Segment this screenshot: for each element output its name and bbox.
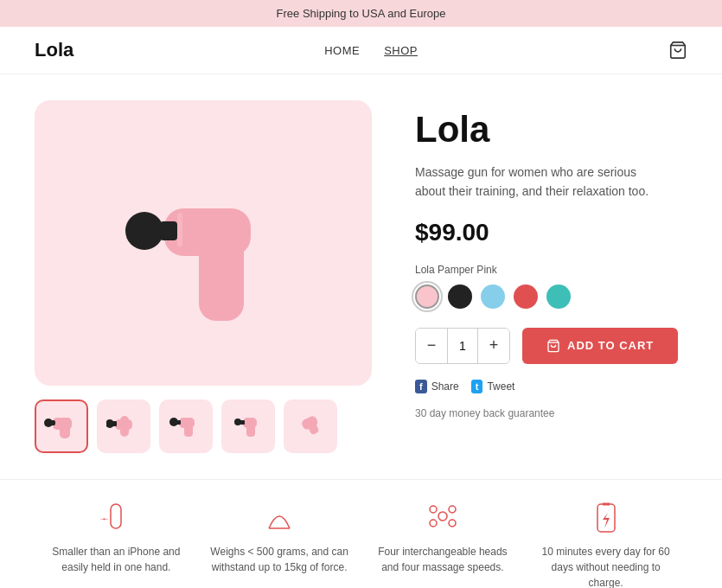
share-label: Share (431, 380, 459, 393)
svg-rect-5 (177, 213, 182, 247)
feature-battery: 10 minutes every day for 60 days without… (537, 497, 675, 588)
svg-point-33 (449, 520, 456, 527)
header: Lola HOME SHOP (0, 27, 722, 74)
feature-weight-text: Weighs < 500 grams, and can withstand up… (210, 544, 348, 575)
purchase-row: − 1 + ADD TO CART (415, 328, 687, 364)
thumbnail-5[interactable] (284, 399, 337, 453)
thumbnail-1[interactable] (35, 399, 88, 453)
svg-point-31 (449, 506, 456, 513)
product-price: $99.00 (415, 219, 687, 246)
product-description: Massage gun for women who are serious ab… (415, 163, 657, 201)
svg-point-30 (430, 506, 437, 513)
quantity-control: − 1 + (415, 328, 510, 364)
feature-size-text: Smaller than an iPhone and easily held i… (47, 544, 185, 575)
svg-rect-19 (243, 418, 257, 428)
social-share: f Share t Tweet (415, 380, 687, 393)
navigation: HOME SHOP (324, 44, 418, 57)
feature-heads: Four interchangeable heads and four mass… (374, 497, 512, 588)
nav-home[interactable]: HOME (324, 44, 360, 57)
product-info: Lola Massage gun for women who are serio… (415, 100, 687, 453)
main-product-image (35, 100, 372, 386)
size-icon: → → (97, 497, 135, 535)
banner-text: Free Shipping to USA and Europe (277, 7, 446, 20)
svg-point-17 (169, 418, 178, 426)
color-swatch-lightblue[interactable] (481, 284, 505, 309)
product-title: Lola (415, 109, 687, 150)
thumbnail-2[interactable] (97, 399, 150, 453)
svg-point-32 (430, 520, 437, 527)
add-to-cart-label: ADD TO CART (567, 339, 654, 352)
quantity-increase[interactable]: + (478, 328, 509, 364)
logo[interactable]: Lola (35, 39, 73, 61)
color-label: Lola Pamper Pink (415, 264, 687, 276)
svg-rect-15 (179, 418, 195, 428)
color-swatch-pink[interactable] (415, 284, 439, 309)
facebook-icon: f (415, 380, 427, 393)
color-swatch-black[interactable] (448, 284, 472, 309)
shipping-banner: Free Shipping to USA and Europe (0, 0, 722, 27)
svg-point-21 (234, 419, 241, 425)
heads-icon (424, 497, 462, 535)
svg-point-13 (106, 419, 114, 428)
features-section: → → Smaller than an iPhone and easily he… (0, 479, 722, 588)
battery-icon (587, 497, 625, 535)
svg-point-29 (438, 512, 447, 521)
color-swatch-teal[interactable] (546, 284, 571, 309)
feature-size: → → Smaller than an iPhone and easily he… (47, 497, 185, 588)
svg-point-9 (44, 419, 53, 427)
cart-icon[interactable] (668, 41, 687, 60)
thumbnail-4[interactable] (221, 399, 275, 453)
tweet-label: Tweet (487, 380, 514, 393)
product-image-svg (108, 148, 298, 338)
guarantee-text: 30 day money back guarantee (415, 407, 687, 419)
svg-point-4 (125, 212, 163, 250)
twitter-share[interactable]: t Tweet (471, 380, 515, 393)
nav-shop[interactable]: SHOP (384, 44, 418, 57)
product-images (35, 100, 372, 453)
feature-weight: Weighs < 500 grams, and can withstand up… (210, 497, 348, 588)
twitter-icon: t (471, 380, 483, 393)
add-to-cart-button[interactable]: ADD TO CART (522, 328, 678, 364)
svg-rect-11 (115, 419, 132, 430)
svg-rect-26 (111, 504, 121, 528)
thumbnail-3[interactable] (159, 399, 213, 453)
feature-battery-text: 10 minutes every day for 60 days without… (537, 544, 675, 588)
quantity-decrease[interactable]: − (416, 328, 447, 364)
quantity-value: 1 (447, 329, 478, 363)
feature-heads-text: Four interchangeable heads and four mass… (374, 544, 512, 575)
thumbnails (35, 399, 372, 453)
svg-rect-7 (53, 418, 72, 430)
main-content: Lola Massage gun for women who are serio… (0, 74, 722, 470)
facebook-share[interactable]: f Share (415, 380, 459, 393)
cart-btn-icon (546, 339, 560, 353)
weight-icon (260, 497, 298, 535)
color-swatch-red[interactable] (514, 284, 538, 309)
svg-text:→: → (101, 514, 110, 523)
color-options (415, 284, 687, 309)
